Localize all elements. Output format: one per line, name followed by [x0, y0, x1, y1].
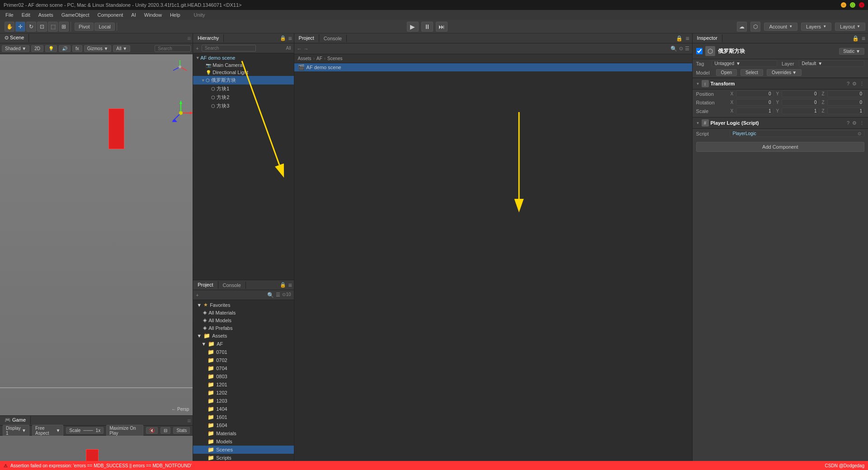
- player-logic-help[interactable]: ?: [847, 120, 849, 126]
- project-menu[interactable]: ≡: [288, 282, 292, 289]
- tab-console[interactable]: Console: [218, 282, 246, 289]
- scl-z-value[interactable]: 1: [827, 108, 864, 114]
- rot-y-value[interactable]: 0: [782, 99, 819, 106]
- project-search-icon[interactable]: 🔍: [267, 292, 274, 298]
- minimize-button[interactable]: −: [841, 2, 846, 8]
- mute-button[interactable]: 🔇: [146, 427, 158, 434]
- project-af-models[interactable]: 📁Models: [193, 437, 293, 446]
- overrides-button[interactable]: Overrides ▼: [767, 69, 802, 76]
- hierarchy-item-block3[interactable]: ⬡ 方块3: [193, 102, 293, 110]
- lights-button[interactable]: 💡: [45, 45, 57, 52]
- layer-dropdown[interactable]: Default ▼: [799, 60, 864, 67]
- project-add[interactable]: +: [196, 292, 198, 298]
- rect-tool[interactable]: ⬚: [48, 22, 58, 32]
- assets-back[interactable]: ←: [297, 46, 302, 52]
- menu-window[interactable]: Window: [141, 11, 165, 19]
- aspect-selector[interactable]: Free Aspect ▼: [32, 425, 63, 437]
- pos-y-value[interactable]: 0: [782, 90, 819, 97]
- 2d-button[interactable]: 2D: [31, 45, 43, 52]
- tab-game[interactable]: 🎮 Game: [0, 416, 31, 425]
- hierarchy-item-scene[interactable]: ▼ AF demo scene: [193, 54, 293, 61]
- player-logic-overflow[interactable]: ⋮: [859, 120, 864, 126]
- project-af-0803[interactable]: 📁0803: [193, 372, 293, 381]
- inspector-lock[interactable]: 🔒: [852, 35, 859, 42]
- scene-viewport[interactable]: ← Persp: [0, 54, 193, 415]
- project-af-folder[interactable]: ▼ 📁 AF: [193, 340, 293, 348]
- rotate-tool[interactable]: ↻: [26, 22, 36, 32]
- maximize-button[interactable]: □: [850, 2, 855, 8]
- move-tool[interactable]: ✛: [15, 22, 25, 32]
- scene-menu-icon[interactable]: ≡: [187, 35, 191, 42]
- player-logic-settings[interactable]: ⚙: [852, 120, 857, 126]
- static-button[interactable]: Static ▼: [839, 48, 864, 55]
- rot-z-value[interactable]: 0: [827, 99, 864, 106]
- pivot-button[interactable]: Pivot: [75, 23, 94, 31]
- transform-settings[interactable]: ⚙: [852, 81, 857, 87]
- assets-menu[interactable]: ≡: [685, 35, 689, 42]
- project-assets[interactable]: ▼ 📁 Assets: [193, 332, 293, 340]
- account-button[interactable]: Account ▼: [764, 23, 797, 31]
- hierarchy-item-block2[interactable]: ⬡ 方块2: [193, 93, 293, 102]
- close-button[interactable]: ×: [859, 2, 864, 8]
- breadcrumb-af[interactable]: AF: [316, 56, 322, 61]
- inspector-menu[interactable]: ≡: [862, 35, 865, 42]
- scl-y-value[interactable]: 1: [782, 108, 819, 114]
- project-af-materials[interactable]: 📁Materials: [193, 429, 293, 437]
- play-button[interactable]: ▶: [407, 22, 419, 32]
- project-af-1203[interactable]: 📁1203: [193, 397, 293, 405]
- add-component-button[interactable]: Add Component: [696, 142, 864, 152]
- select-button[interactable]: Select: [741, 69, 763, 76]
- transform-help[interactable]: ?: [847, 81, 849, 87]
- project-all-materials[interactable]: ◈ All Materials: [193, 309, 293, 316]
- menu-gameobject[interactable]: GameObject: [58, 11, 93, 19]
- project-af-1601[interactable]: 📁1601: [193, 413, 293, 421]
- scene-file-af-demo[interactable]: 🎬 AF demo scene: [294, 63, 692, 71]
- project-af-0702[interactable]: 📁0702: [193, 356, 293, 364]
- transform-header[interactable]: ▼ ↕ Transform ? ⚙ ⋮: [693, 78, 868, 89]
- hierarchy-add[interactable]: +: [196, 46, 198, 51]
- assets-forward[interactable]: →: [304, 46, 309, 52]
- project-lock[interactable]: 🔒: [280, 282, 286, 288]
- game-menu-icon[interactable]: ≡: [187, 417, 191, 424]
- project-af-0704[interactable]: 📁0704: [193, 364, 293, 372]
- project-af-1202[interactable]: 📁1202: [193, 389, 293, 397]
- tag-dropdown[interactable]: Untagged ▼: [712, 60, 777, 67]
- project-favorites[interactable]: ▼ ★ Favorites: [193, 301, 293, 309]
- menu-file[interactable]: File: [2, 11, 17, 19]
- project-all-prefabs[interactable]: ◈ All Prefabs: [193, 324, 293, 332]
- assets-filter[interactable]: ⊙: [679, 46, 683, 52]
- project-all-models[interactable]: ◈ All Models: [193, 316, 293, 324]
- project-af-scenes[interactable]: 📁Scenes: [193, 446, 293, 454]
- scl-x-value[interactable]: 1: [736, 108, 773, 114]
- fx-button[interactable]: fx: [72, 45, 82, 52]
- scale-tool[interactable]: ⊡: [37, 22, 47, 32]
- tab-project[interactable]: Project: [193, 281, 218, 289]
- hierarchy-search[interactable]: [202, 45, 256, 52]
- audio-button[interactable]: 🔊: [59, 45, 71, 52]
- tab-assets-browser[interactable]: Project: [294, 34, 319, 42]
- hierarchy-menu[interactable]: ≡: [288, 35, 292, 42]
- script-value[interactable]: PlayerLogic ⊙: [730, 130, 864, 137]
- all-filter[interactable]: All ▼: [113, 45, 130, 52]
- pos-z-value[interactable]: 0: [827, 90, 864, 97]
- scale-control[interactable]: Scale ─── 1x: [66, 427, 104, 434]
- hierarchy-lock[interactable]: 🔒: [280, 35, 286, 41]
- rot-x-value[interactable]: 0: [736, 99, 773, 106]
- project-af-1201[interactable]: 📁1201: [193, 381, 293, 389]
- layers-button[interactable]: Layers ▼: [801, 23, 831, 31]
- step-button[interactable]: ⏭: [436, 22, 448, 32]
- menu-component[interactable]: Component: [94, 11, 127, 19]
- hand-tool[interactable]: ✋: [5, 22, 14, 32]
- stats-button[interactable]: Stats: [173, 427, 190, 434]
- tab-inspector[interactable]: Inspector: [693, 34, 722, 42]
- hierarchy-item-block1[interactable]: ⬡ 方块1: [193, 85, 293, 93]
- pause-button[interactable]: ⏸: [421, 22, 433, 32]
- breadcrumb-assets[interactable]: Assets: [298, 56, 311, 61]
- hierarchy-item-main-camera[interactable]: 📷 Main Camera: [193, 61, 293, 69]
- player-logic-header[interactable]: ▼ # Player Logic (Script) ? ⚙ ⋮: [693, 117, 868, 129]
- menu-assets[interactable]: Assets: [35, 11, 57, 19]
- object-enabled-checkbox[interactable]: [696, 48, 703, 54]
- scene-search[interactable]: [155, 45, 191, 52]
- script-target[interactable]: ⊙: [858, 131, 861, 136]
- tab-scene[interactable]: ⊙ Scene: [0, 34, 29, 42]
